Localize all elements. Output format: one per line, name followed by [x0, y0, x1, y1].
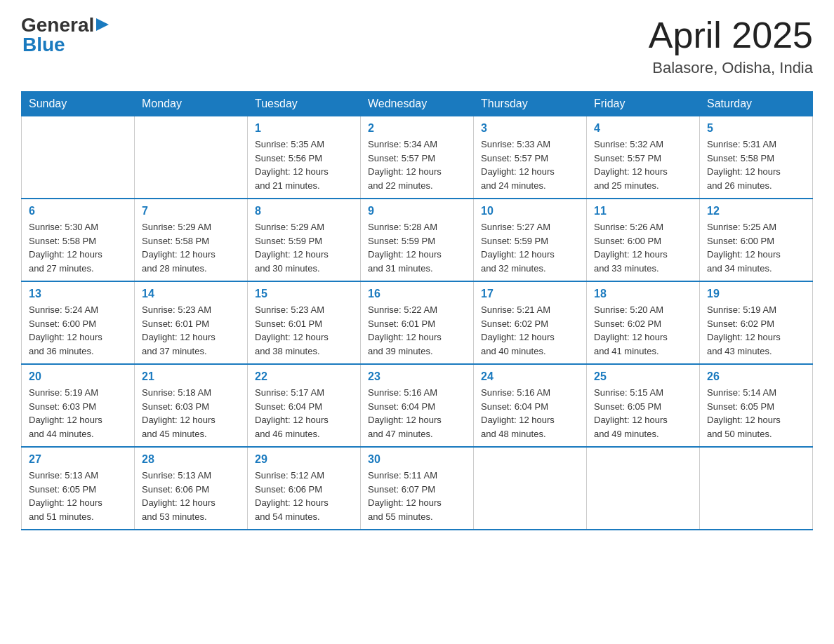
day-number: 30 — [368, 453, 466, 466]
calendar-week-row: 20Sunrise: 5:19 AM Sunset: 6:03 PM Dayli… — [22, 364, 813, 447]
header-friday: Friday — [587, 92, 700, 116]
calendar-week-row: 13Sunrise: 5:24 AM Sunset: 6:00 PM Dayli… — [22, 281, 813, 364]
table-row: 24Sunrise: 5:16 AM Sunset: 6:04 PM Dayli… — [474, 364, 587, 447]
day-number: 14 — [142, 288, 240, 300]
day-number: 10 — [481, 205, 579, 217]
table-row — [474, 447, 587, 530]
day-number: 23 — [368, 370, 466, 383]
day-number: 6 — [29, 205, 127, 217]
day-number: 7 — [142, 205, 240, 217]
table-row: 1Sunrise: 5:35 AM Sunset: 5:56 PM Daylig… — [248, 116, 361, 199]
day-number: 11 — [594, 205, 692, 217]
table-row: 19Sunrise: 5:19 AM Sunset: 6:02 PM Dayli… — [700, 281, 813, 364]
table-row: 26Sunrise: 5:14 AM Sunset: 6:05 PM Dayli… — [700, 364, 813, 447]
table-row: 15Sunrise: 5:23 AM Sunset: 6:01 PM Dayli… — [248, 281, 361, 364]
table-row: 2Sunrise: 5:34 AM Sunset: 5:57 PM Daylig… — [361, 116, 474, 199]
day-info: Sunrise: 5:20 AM Sunset: 6:02 PM Dayligh… — [594, 303, 692, 358]
logo: General Blue — [21, 14, 110, 56]
day-number: 21 — [142, 370, 240, 383]
table-row: 12Sunrise: 5:25 AM Sunset: 6:00 PM Dayli… — [700, 199, 813, 281]
day-number: 5 — [707, 122, 805, 135]
table-row: 6Sunrise: 5:30 AM Sunset: 5:58 PM Daylig… — [22, 199, 135, 281]
table-row: 21Sunrise: 5:18 AM Sunset: 6:03 PM Dayli… — [135, 364, 248, 447]
day-number: 25 — [594, 370, 692, 383]
table-row: 7Sunrise: 5:29 AM Sunset: 5:58 PM Daylig… — [135, 199, 248, 281]
day-info: Sunrise: 5:21 AM Sunset: 6:02 PM Dayligh… — [481, 303, 579, 358]
day-number: 3 — [481, 122, 579, 135]
month-title: April 2025 — [649, 14, 813, 56]
table-row: 22Sunrise: 5:17 AM Sunset: 6:04 PM Dayli… — [248, 364, 361, 447]
header-thursday: Thursday — [474, 92, 587, 116]
svg-marker-0 — [96, 18, 109, 31]
day-info: Sunrise: 5:23 AM Sunset: 6:01 PM Dayligh… — [142, 303, 240, 358]
day-info: Sunrise: 5:15 AM Sunset: 6:05 PM Dayligh… — [594, 386, 692, 441]
header-wednesday: Wednesday — [361, 92, 474, 116]
day-number: 19 — [707, 288, 805, 300]
calendar-week-row: 6Sunrise: 5:30 AM Sunset: 5:58 PM Daylig… — [22, 199, 813, 281]
day-info: Sunrise: 5:13 AM Sunset: 6:06 PM Dayligh… — [142, 469, 240, 523]
day-info: Sunrise: 5:24 AM Sunset: 6:00 PM Dayligh… — [29, 303, 127, 358]
day-info: Sunrise: 5:34 AM Sunset: 5:57 PM Dayligh… — [368, 137, 466, 192]
calendar-header-row: Sunday Monday Tuesday Wednesday Thursday… — [22, 92, 813, 116]
day-number: 2 — [368, 122, 466, 135]
header-saturday: Saturday — [700, 92, 813, 116]
table-row: 14Sunrise: 5:23 AM Sunset: 6:01 PM Dayli… — [135, 281, 248, 364]
header-sunday: Sunday — [22, 92, 135, 116]
table-row: 28Sunrise: 5:13 AM Sunset: 6:06 PM Dayli… — [135, 447, 248, 530]
table-row: 9Sunrise: 5:28 AM Sunset: 5:59 PM Daylig… — [361, 199, 474, 281]
logo-blue: Blue — [22, 34, 65, 55]
table-row: 4Sunrise: 5:32 AM Sunset: 5:57 PM Daylig… — [587, 116, 700, 199]
table-row — [22, 116, 135, 199]
day-info: Sunrise: 5:19 AM Sunset: 6:03 PM Dayligh… — [29, 386, 127, 441]
day-info: Sunrise: 5:35 AM Sunset: 5:56 PM Dayligh… — [255, 137, 353, 192]
day-number: 17 — [481, 288, 579, 300]
day-number: 29 — [255, 453, 353, 466]
table-row: 17Sunrise: 5:21 AM Sunset: 6:02 PM Dayli… — [474, 281, 587, 364]
calendar-table: Sunday Monday Tuesday Wednesday Thursday… — [21, 91, 813, 530]
day-info: Sunrise: 5:25 AM Sunset: 6:00 PM Dayligh… — [707, 220, 805, 275]
table-row: 23Sunrise: 5:16 AM Sunset: 6:04 PM Dayli… — [361, 364, 474, 447]
day-number: 16 — [368, 288, 466, 300]
day-number: 13 — [29, 288, 127, 300]
day-info: Sunrise: 5:14 AM Sunset: 6:05 PM Dayligh… — [707, 386, 805, 441]
day-info: Sunrise: 5:19 AM Sunset: 6:02 PM Dayligh… — [707, 303, 805, 358]
table-row: 20Sunrise: 5:19 AM Sunset: 6:03 PM Dayli… — [22, 364, 135, 447]
day-info: Sunrise: 5:30 AM Sunset: 5:58 PM Dayligh… — [29, 220, 127, 275]
day-info: Sunrise: 5:17 AM Sunset: 6:04 PM Dayligh… — [255, 386, 353, 441]
day-info: Sunrise: 5:12 AM Sunset: 6:06 PM Dayligh… — [255, 469, 353, 523]
day-info: Sunrise: 5:31 AM Sunset: 5:58 PM Dayligh… — [707, 137, 805, 192]
table-row: 30Sunrise: 5:11 AM Sunset: 6:07 PM Dayli… — [361, 447, 474, 530]
header-monday: Monday — [135, 92, 248, 116]
day-number: 12 — [707, 205, 805, 217]
table-row: 18Sunrise: 5:20 AM Sunset: 6:02 PM Dayli… — [587, 281, 700, 364]
day-number: 18 — [594, 288, 692, 300]
table-row: 5Sunrise: 5:31 AM Sunset: 5:58 PM Daylig… — [700, 116, 813, 199]
day-info: Sunrise: 5:13 AM Sunset: 6:05 PM Dayligh… — [29, 469, 127, 523]
location-subtitle: Balasore, Odisha, India — [649, 59, 813, 77]
table-row: 11Sunrise: 5:26 AM Sunset: 6:00 PM Dayli… — [587, 199, 700, 281]
logo-triangle-icon — [95, 17, 110, 32]
day-number: 15 — [255, 288, 353, 300]
table-row: 8Sunrise: 5:29 AM Sunset: 5:59 PM Daylig… — [248, 199, 361, 281]
day-number: 20 — [29, 370, 127, 383]
day-info: Sunrise: 5:28 AM Sunset: 5:59 PM Dayligh… — [368, 220, 466, 275]
day-info: Sunrise: 5:26 AM Sunset: 6:00 PM Dayligh… — [594, 220, 692, 275]
day-info: Sunrise: 5:32 AM Sunset: 5:57 PM Dayligh… — [594, 137, 692, 192]
day-number: 26 — [707, 370, 805, 383]
table-row: 10Sunrise: 5:27 AM Sunset: 5:59 PM Dayli… — [474, 199, 587, 281]
day-info: Sunrise: 5:11 AM Sunset: 6:07 PM Dayligh… — [368, 469, 466, 523]
table-row — [587, 447, 700, 530]
day-number: 9 — [368, 205, 466, 217]
day-info: Sunrise: 5:16 AM Sunset: 6:04 PM Dayligh… — [481, 386, 579, 441]
day-info: Sunrise: 5:16 AM Sunset: 6:04 PM Dayligh… — [368, 386, 466, 441]
day-info: Sunrise: 5:33 AM Sunset: 5:57 PM Dayligh… — [481, 137, 579, 192]
table-row: 25Sunrise: 5:15 AM Sunset: 6:05 PM Dayli… — [587, 364, 700, 447]
day-number: 28 — [142, 453, 240, 466]
calendar-week-row: 27Sunrise: 5:13 AM Sunset: 6:05 PM Dayli… — [22, 447, 813, 530]
day-info: Sunrise: 5:22 AM Sunset: 6:01 PM Dayligh… — [368, 303, 466, 358]
page-header: General Blue April 2025 Balasore, Odisha… — [21, 14, 813, 77]
table-row: 27Sunrise: 5:13 AM Sunset: 6:05 PM Dayli… — [22, 447, 135, 530]
day-number: 4 — [594, 122, 692, 135]
day-info: Sunrise: 5:18 AM Sunset: 6:03 PM Dayligh… — [142, 386, 240, 441]
day-number: 8 — [255, 205, 353, 217]
